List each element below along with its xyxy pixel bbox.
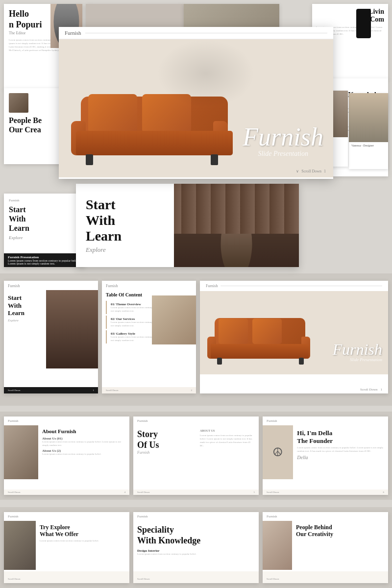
third-row: Furnish About Furnish About Us (01) Lore… xyxy=(0,412,392,500)
story-title-2: Of Us xyxy=(137,440,196,451)
fsb-seat xyxy=(211,344,309,359)
slide-furnish-small: Furnish Furnish Slide Presentation Scrol… xyxy=(200,281,388,393)
slide-swl-title-line1: Start xyxy=(9,205,80,214)
slide-della-text: Hi, I'm Della The Founder Lorem ipsum co… xyxy=(293,425,388,479)
della-num: 6 xyxy=(383,491,385,493)
slide-pbo-image xyxy=(263,521,292,570)
slide-furnish-small-header: Furnish xyxy=(200,281,388,291)
swl-small-title-3: Learn xyxy=(8,309,42,317)
sofa-seat xyxy=(76,131,233,155)
slide-swl-title-line3: Learn xyxy=(9,223,80,233)
slide-about-content: About Furnish About Us (01) Lorem ipsum … xyxy=(4,425,129,479)
about-scroll: Scroll Down xyxy=(8,491,20,493)
peace-icon: ☮ xyxy=(272,445,283,459)
scroll-label: Scroll Down xyxy=(301,169,321,173)
slide-furnish-body: Furnish Slide Presentation ∨ Scroll Down… xyxy=(59,39,333,177)
story-title-1: Story xyxy=(137,429,196,440)
slide-spec-footer: Scroll Down xyxy=(133,571,259,583)
sofa-container xyxy=(66,72,233,165)
story-num: 5 xyxy=(254,491,255,493)
slide-furnish-small-footer: Scroll Down 1 xyxy=(200,386,388,393)
slide-livin-title2: Com xyxy=(316,16,384,24)
bookshelf-fill xyxy=(174,184,299,234)
slide-about-title: About Furnish xyxy=(42,428,125,435)
swl-small-sub: Explore xyxy=(8,318,42,322)
slide-livin-title: Livin xyxy=(316,8,384,16)
story-sub: Furnish xyxy=(137,450,196,455)
furnish-big-title: Furnish xyxy=(243,124,323,150)
swl-small-title-1: Start xyxy=(8,294,42,302)
slide-livin-phone xyxy=(356,9,371,38)
slide-della-header: Furnish xyxy=(263,416,388,425)
furnish-small-divider xyxy=(220,286,382,286)
slide-speciality: Furnish Speciality With Knowledge Design… xyxy=(133,512,259,583)
fsb-cushion-right xyxy=(252,318,282,344)
slide-about-s1-title: About Us (01) xyxy=(42,437,125,441)
slide-about-text: About Furnish About Us (01) Lorem ipsum … xyxy=(38,425,129,479)
slide-story-left: Story Of Us Furnish xyxy=(137,429,196,475)
story-body: Lorem ipsum comes from section contrary … xyxy=(200,434,255,447)
slide-swl-dark-title: Furnish Presentation xyxy=(8,255,81,259)
slide-start-learn: Furnish Start With Learn Explore Furnish… xyxy=(4,194,85,267)
swl-small-title-2: With xyxy=(8,302,42,310)
page-number: 1 xyxy=(324,169,326,173)
slide-vanessa-image xyxy=(349,93,388,142)
slide-start-big-title-3: Learn xyxy=(86,228,164,244)
furnish-small-sofa xyxy=(205,306,313,365)
fsb-cushion-left xyxy=(219,318,248,344)
pbo-scroll: Scroll Down xyxy=(267,578,279,580)
slide-della-left: ☮ xyxy=(263,425,293,479)
about-num: 4 xyxy=(124,491,126,493)
slide-della-content: ☮ Hi, I'm Della The Founder Lorem ipsum … xyxy=(263,425,388,479)
slide-furnish-small-body: Furnish Slide Presentation xyxy=(200,291,388,374)
slide-toc-footer: Scroll Down 2 xyxy=(102,387,196,393)
pbo-title: People Behind xyxy=(296,524,333,531)
slide-swl-subtitle: Explore xyxy=(9,235,80,240)
furnish-small-subtitle: Slide Presentation xyxy=(333,357,382,362)
slide-try: Furnish Try Explore What We Offer Lorem … xyxy=(4,512,129,583)
sofa-cushion-left xyxy=(88,94,137,133)
slide-about-footer: Scroll Down 4 xyxy=(4,490,129,495)
slide-try-image xyxy=(4,521,36,570)
slide-della: Furnish ☮ Hi, I'm Della The Founder Lore… xyxy=(263,416,388,495)
slide-pbo-text: People Behind Our Creativity xyxy=(292,521,337,570)
sofa-cushion-right xyxy=(142,94,191,133)
pbo-title2: Our Creativity xyxy=(296,531,333,538)
slide-about-s2-body: Lorem ipsum comes from section contrary … xyxy=(42,453,125,456)
furnish-scroll-bar: ∨ Scroll Down 1 xyxy=(296,169,326,173)
story-about-label: About Us xyxy=(200,429,255,432)
slide-swl-header: Furnish xyxy=(9,198,80,202)
slide-try-footer: Scroll Down xyxy=(4,571,129,583)
slide-try-text: Try Explore What We Offer Lorem ipsum co… xyxy=(36,521,103,570)
people-thumbnail xyxy=(9,93,28,113)
furnish-divider xyxy=(85,33,327,33)
slide-start-big-title-1: Start xyxy=(86,197,164,213)
swl-footer-num: 1 xyxy=(93,389,95,392)
fsb-leg-left xyxy=(217,358,222,365)
slide-start-main: Start With Learn Explore xyxy=(76,184,299,267)
spec-s1-title: Design Interior xyxy=(137,549,255,553)
spec-title2: With Knowledge xyxy=(137,536,255,546)
try-title: Try Explore xyxy=(40,524,99,531)
slide-swl-small-header: Furnish xyxy=(4,281,98,290)
furnish-small-title: Furnish Slide Presentation xyxy=(333,342,382,362)
slide-della-footer: Scroll Down 6 xyxy=(263,490,388,495)
fourth-row: Furnish Try Explore What We Offer Lorem … xyxy=(0,507,392,588)
slide-story-header: Furnish xyxy=(133,416,259,425)
sofa-leg-right xyxy=(211,154,218,165)
furnish-title-overlay: Furnish Slide Presentation xyxy=(243,124,323,158)
slide-about: Furnish About Furnish About Us (01) Lore… xyxy=(4,416,129,495)
slide-swl-small-text: Start With Learn Explore xyxy=(4,290,46,368)
slide-story-content: Story Of Us Furnish About Us Lorem ipsum… xyxy=(133,425,259,479)
slide-pbo-header: Furnish xyxy=(263,512,388,521)
swl-footer-scroll: Scroll Down xyxy=(8,389,20,392)
try-scroll: Scroll Down xyxy=(8,578,20,580)
della-body: Lorem ipsum comes from section contrary … xyxy=(297,446,384,453)
slide-toc-image xyxy=(152,295,196,344)
second-row: Furnish Start With Learn Explore Scroll … xyxy=(0,273,392,406)
slide-toc: Furnish Table Of Content 01/ Theme Overv… xyxy=(102,281,196,393)
slide-vanessa: Vanessa - Designer xyxy=(349,93,388,169)
della-title2: The Founder xyxy=(297,437,384,445)
furnish-small-label: Furnish xyxy=(206,284,218,288)
slide-pbo-footer: Scroll Down xyxy=(263,571,388,583)
